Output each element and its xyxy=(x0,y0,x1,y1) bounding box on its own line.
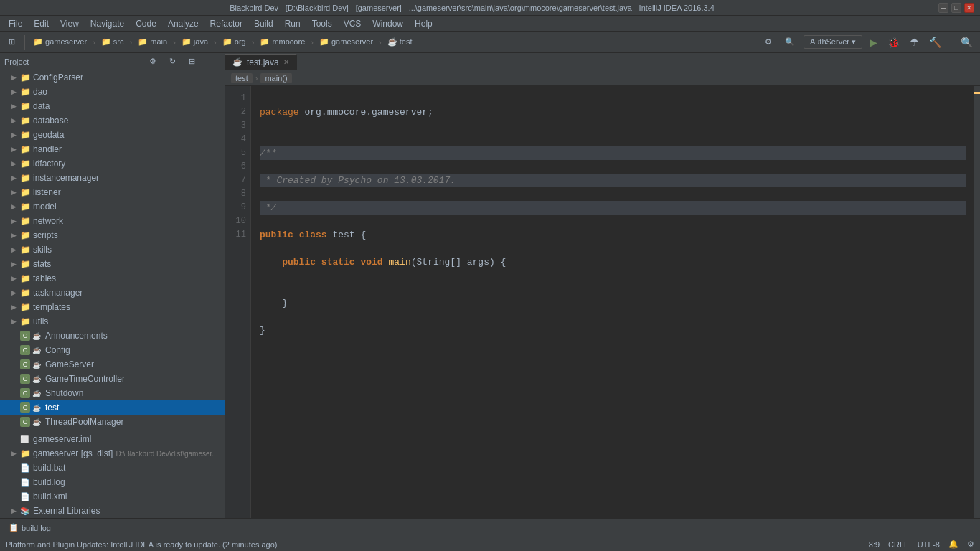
tree-label: skills xyxy=(33,245,52,255)
breadcrumb-org[interactable]: 📁 org xyxy=(220,36,249,48)
folder-icon: 📁 xyxy=(20,316,32,326)
lib-icon: 📚 xyxy=(20,507,32,516)
menu-edit[interactable]: Edit xyxy=(28,17,55,30)
menu-build[interactable]: Build xyxy=(248,17,279,30)
search-everywhere-button[interactable]: 🔍 xyxy=(781,36,799,48)
folder-icon: 📁 xyxy=(20,130,32,140)
debug-button[interactable]: 🐞 xyxy=(885,35,903,50)
tree-item-build-bat[interactable]: ▶ 📄 build.bat xyxy=(0,461,225,475)
tree-label: ConfigParser xyxy=(33,72,83,83)
sidebar-sync-icon[interactable]: ↻ xyxy=(165,55,180,67)
tree-item-instancemanager[interactable]: ▶ 📁 instancemanager xyxy=(0,171,225,185)
sidebar-collapse-icon[interactable]: — xyxy=(204,55,220,67)
tree-item-templates[interactable]: ▶ 📁 templates xyxy=(0,300,225,314)
bottom-tab-build-log[interactable]: 📋 build log xyxy=(3,520,57,536)
tab-test-java[interactable]: ☕ test.java ✕ xyxy=(225,54,297,70)
tree-item-dao[interactable]: ▶ 📁 dao xyxy=(0,85,225,99)
tab-close-button[interactable]: ✕ xyxy=(283,58,289,66)
tree-item-idfactory[interactable]: ▶ 📁 idfactory xyxy=(0,156,225,171)
tree-item-external-libraries[interactable]: ▶ 📚 External Libraries xyxy=(0,504,225,518)
tree-item-stats[interactable]: ▶ 📁 stats xyxy=(0,257,225,271)
maximize-button[interactable]: □ xyxy=(951,3,961,13)
bc-test[interactable]: test xyxy=(231,73,253,83)
tree-item-shutdown[interactable]: ▶ C ☕ Shutdown xyxy=(0,386,225,400)
cursor-position[interactable]: 8:9 xyxy=(869,540,880,549)
menu-vcs[interactable]: VCS xyxy=(338,17,367,30)
build-log-icon: 📋 xyxy=(9,523,19,532)
build-button[interactable]: 🔨 xyxy=(926,35,944,50)
tree-item-gameserver-iml[interactable]: ▶ ⬜ gameserver.iml xyxy=(0,432,225,446)
sidebar-header: Project ⚙ ↻ ⊞ — xyxy=(0,53,225,70)
folder-icon: 📁 xyxy=(20,187,32,197)
tree-item-threadpoolmanager[interactable]: ▶ C ☕ ThreadPoolManager xyxy=(0,415,225,429)
tree-item-configparser[interactable]: ▶ 📁 ConfigParser xyxy=(0,70,225,85)
notifications-icon[interactable]: 🔔 xyxy=(948,540,958,549)
java-class-icon: C xyxy=(20,345,30,355)
java-source-icon: ☕ xyxy=(32,361,44,369)
run-config-dropdown[interactable]: AuthServer ▾ xyxy=(804,35,862,49)
close-button[interactable]: ✕ xyxy=(964,3,974,13)
tree-item-network[interactable]: ▶ 📁 network xyxy=(0,214,225,228)
menu-window[interactable]: Window xyxy=(367,17,409,30)
settings-icon[interactable]: ⚙ xyxy=(967,540,974,549)
tree-item-build-log[interactable]: ▶ 📄 build.log xyxy=(0,475,225,489)
tree-item-data[interactable]: ▶ 📁 data xyxy=(0,99,225,113)
encoding[interactable]: UTF-8 xyxy=(918,540,940,549)
settings-button[interactable]: ⚙ xyxy=(760,36,776,48)
tree-label: geodata xyxy=(33,130,64,140)
run-button[interactable]: ▶ xyxy=(867,35,880,50)
tree-item-skills[interactable]: ▶ 📁 skills xyxy=(0,242,225,257)
breadcrumb-src[interactable]: 📁 src xyxy=(98,36,127,48)
tree-item-listener[interactable]: ▶ 📁 listener xyxy=(0,185,225,199)
tree-item-announcements[interactable]: ▶ C ☕ Announcements xyxy=(0,329,225,343)
tree-item-geodata[interactable]: ▶ 📁 geodata xyxy=(0,128,225,142)
code-content[interactable]: package org.mmocore.gameserver; /** * Cr… xyxy=(251,86,974,518)
tree-item-gameserver-dist[interactable]: ▶ 📁 gameserver [gs_dist] D:\Blackbird De… xyxy=(0,446,225,461)
sidebar-gear-icon[interactable]: ⚙ xyxy=(145,55,161,67)
menu-view[interactable]: View xyxy=(55,17,85,30)
tree-item-gameserver[interactable]: ▶ C ☕ GameServer xyxy=(0,357,225,372)
menu-tools[interactable]: Tools xyxy=(306,17,338,30)
breadcrumb-test[interactable]: ☕ test xyxy=(385,36,415,48)
coverage-button[interactable]: ☂ xyxy=(907,35,922,50)
tree-item-tables[interactable]: ▶ 📁 tables xyxy=(0,271,225,286)
tree-item-build-xml[interactable]: ▶ 📄 build.xml xyxy=(0,489,225,504)
menu-refactor[interactable]: Refactor xyxy=(204,17,248,30)
breadcrumb-mmocore[interactable]: 📁 mmocore xyxy=(257,36,308,48)
breadcrumb-gameserver2[interactable]: 📁 gameserver xyxy=(316,36,376,48)
tree-item-model[interactable]: ▶ 📁 model xyxy=(0,199,225,214)
folder-icon: 📁 xyxy=(20,87,32,97)
tree-item-handler[interactable]: ▶ 📁 handler xyxy=(0,142,225,156)
sidebar: Project ⚙ ↻ ⊞ — ▶ 📁 ConfigParser ▶ 📁 dao xyxy=(0,53,225,518)
tree-item-config[interactable]: ▶ C ☕ Config xyxy=(0,343,225,357)
folder-icon: 📁 xyxy=(20,116,32,126)
folder-icon: 📁 xyxy=(20,144,32,154)
project-view-button[interactable]: ⊞ xyxy=(4,36,19,48)
tree-item-utils[interactable]: ▶ 📁 utils xyxy=(0,314,225,329)
status-bar: Platform and Plugin Updates: IntelliJ ID… xyxy=(0,537,980,551)
menu-help[interactable]: Help xyxy=(409,17,438,30)
java-source-icon: ☕ xyxy=(32,375,44,383)
menu-navigate[interactable]: Navigate xyxy=(85,17,130,30)
tree-item-gametimecontroller[interactable]: ▶ C ☕ GameTimeController xyxy=(0,372,225,386)
menu-run[interactable]: Run xyxy=(279,17,306,30)
menu-code[interactable]: Code xyxy=(130,17,162,30)
tree-item-scripts[interactable]: ▶ 📁 scripts xyxy=(0,228,225,242)
folder-icon: 📁 xyxy=(20,101,32,111)
code-editor[interactable]: 1 2 3 4 5 6 7 8 9 10 11 package org.mmoc… xyxy=(225,86,980,518)
menu-analyze[interactable]: Analyze xyxy=(162,17,204,30)
java-class-icon: C xyxy=(20,402,30,413)
line-ending[interactable]: CRLF xyxy=(888,540,909,549)
sidebar-expand-icon[interactable]: ⊞ xyxy=(184,55,199,67)
breadcrumb-java[interactable]: 📁 java xyxy=(179,36,211,48)
tree-label: model xyxy=(33,202,57,212)
bc-main[interactable]: main() xyxy=(260,73,291,83)
tree-item-test[interactable]: ▶ C ☕ test xyxy=(0,400,225,415)
minimize-button[interactable]: ─ xyxy=(938,3,948,13)
search-button[interactable]: 🔍 xyxy=(958,35,976,50)
menu-file[interactable]: File xyxy=(3,17,28,30)
tree-item-taskmanager[interactable]: ▶ 📁 taskmanager xyxy=(0,286,225,300)
breadcrumb-main[interactable]: 📁 main xyxy=(135,36,170,48)
tree-item-database[interactable]: ▶ 📁 database xyxy=(0,113,225,128)
breadcrumb-gameserver[interactable]: 📁 gameserver xyxy=(30,36,90,48)
